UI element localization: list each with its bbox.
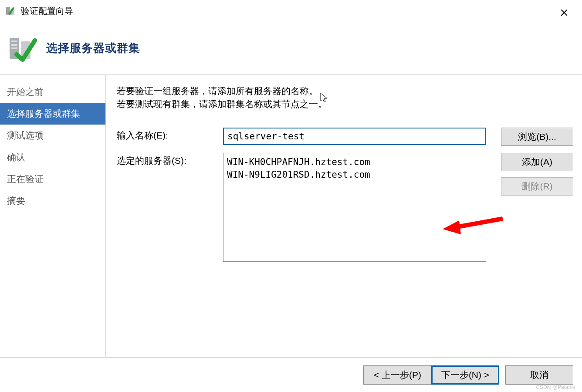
wizard-window: { "title": "验证配置向导", "header": { "title"… [0, 0, 582, 392]
step-testing-options[interactable]: 测试选项 [0, 125, 105, 146]
cluster-check-icon [8, 33, 39, 64]
wizard-steps-sidebar: 开始之前 选择服务器或群集 测试选项 确认 正在验证 摘要 [0, 75, 106, 357]
wizard-footer: < 上一步(P) 下一步(N) > 取消 [0, 357, 582, 392]
wizard-content: 若要验证一组服务器，请添加所有服务器的名称。 若要测试现有群集，请添加群集名称或… [106, 75, 582, 357]
cancel-button[interactable]: 取消 [505, 365, 573, 385]
header-band: 选择服务器或群集 [0, 22, 582, 75]
step-before-begin[interactable]: 开始之前 [0, 81, 105, 103]
add-button[interactable]: 添加(A) [501, 153, 573, 171]
instruction-line1: 若要验证一组服务器，请添加所有服务器的名称。 [117, 86, 318, 96]
step-select-servers[interactable]: 选择服务器或群集 [0, 103, 105, 125]
close-button[interactable] [554, 6, 574, 19]
remove-button: 删除(R) [501, 177, 573, 196]
nav-button-group: < 上一步(P) 下一步(N) > [363, 365, 499, 385]
cluster-wizard-icon [5, 5, 17, 17]
title-bar: 验证配置向导 [0, 0, 582, 22]
selected-servers-label: 选定的服务器(S): [117, 153, 223, 167]
window-title: 验证配置向导 [21, 5, 73, 17]
browse-button[interactable]: 浏览(B)... [501, 128, 573, 146]
enter-name-row: 输入名称(E): 浏览(B)... [117, 128, 573, 146]
instruction-line2: 若要测试现有群集，请添加群集名称或其节点之一。 [117, 99, 327, 109]
list-item[interactable]: WIN-KH0CHPAFNJH.hztest.com [227, 156, 482, 169]
close-icon [560, 9, 568, 17]
list-item[interactable]: WIN-N9LIG201RSD.hztest.com [227, 169, 482, 181]
svg-rect-6 [11, 41, 17, 42]
instruction-text: 若要验证一组服务器，请添加所有服务器的名称。 若要测试现有群集，请添加群集名称或… [117, 84, 573, 111]
svg-rect-8 [11, 47, 17, 49]
selected-servers-row: 选定的服务器(S): WIN-KH0CHPAFNJH.hztest.com WI… [117, 153, 573, 262]
svg-rect-7 [11, 44, 17, 46]
enter-name-label: 输入名称(E): [117, 128, 223, 142]
prev-button[interactable]: < 上一步(P) [363, 365, 431, 385]
step-confirmation[interactable]: 确认 [0, 146, 105, 168]
cursor-icon [320, 92, 328, 106]
wizard-body: 开始之前 选择服务器或群集 测试选项 确认 正在验证 摘要 若要验证一组服务器，… [0, 75, 582, 357]
selected-servers-list[interactable]: WIN-KH0CHPAFNJH.hztest.com WIN-N9LIG201R… [223, 153, 486, 262]
step-validating[interactable]: 正在验证 [0, 168, 105, 190]
step-summary[interactable]: 摘要 [0, 190, 105, 212]
next-button[interactable]: 下一步(N) > [431, 365, 499, 385]
page-title: 选择服务器或群集 [46, 41, 140, 56]
watermark-text: CSDN @Patanis [536, 384, 575, 390]
server-name-input[interactable] [223, 128, 486, 145]
